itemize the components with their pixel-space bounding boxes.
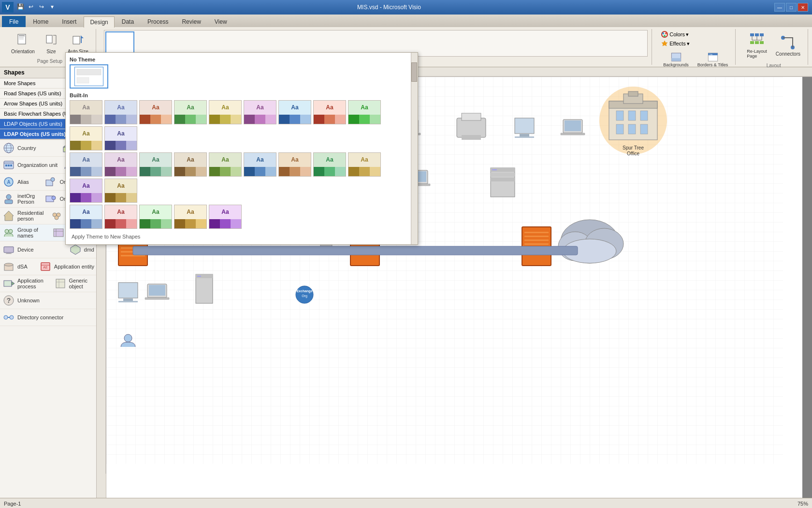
theme-item[interactable]: Aa <box>104 126 137 150</box>
svg-rect-190 <box>123 299 133 301</box>
svg-rect-55 <box>54 229 63 237</box>
theme-item[interactable]: Aa <box>209 205 242 229</box>
effects-button[interactable]: Effects ▾ <box>660 39 690 48</box>
svg-rect-160 <box>491 173 515 177</box>
orientation-icon <box>15 32 30 48</box>
svg-point-52 <box>55 216 58 220</box>
tab-data[interactable]: Data <box>116 16 140 27</box>
svg-point-8 <box>665 32 667 34</box>
theme-item[interactable]: Aa <box>70 152 102 177</box>
theme-item[interactable]: Aa <box>104 179 137 203</box>
save-button[interactable]: 💾 <box>15 2 25 12</box>
theme-item[interactable]: Aa <box>139 205 172 229</box>
scroll-thumb[interactable] <box>411 62 417 82</box>
svg-text:A: A <box>7 179 10 185</box>
svg-text:Office: Office <box>627 151 639 156</box>
list-item[interactable]: Application process Generic object <box>0 275 96 292</box>
theme-item[interactable]: Aa <box>278 100 311 124</box>
relayout-button[interactable]: Re-LayoutPage <box>743 30 770 61</box>
theme-item[interactable]: Aa <box>104 100 137 124</box>
tab-view[interactable]: View <box>208 16 233 27</box>
svg-rect-4 <box>46 35 52 43</box>
theme-item[interactable]: Aa <box>104 205 137 229</box>
theme-item[interactable]: Aa <box>348 100 381 124</box>
theme-item[interactable]: Aa <box>244 100 276 124</box>
theme-item[interactable]: Aa <box>70 179 102 203</box>
theme-item[interactable]: Aa <box>348 152 381 177</box>
minimize-button[interactable]: — <box>774 3 785 12</box>
theme-item[interactable]: Aa <box>139 100 172 124</box>
groupnames-icon <box>2 226 15 239</box>
list-item[interactable]: Directory connector <box>0 309 96 326</box>
dropdown-button[interactable]: ▾ <box>47 2 57 12</box>
laptop-lower-1 <box>145 284 169 299</box>
theme-item[interactable]: Aa <box>174 100 207 124</box>
svg-point-203 <box>124 334 132 342</box>
undo-button[interactable]: ↩ <box>26 2 36 12</box>
appentity-label: Application entity <box>54 264 94 269</box>
redo-button[interactable]: ↪ <box>37 2 46 12</box>
svg-text:Title: Title <box>709 54 712 56</box>
theme-item[interactable]: Aa <box>139 152 172 177</box>
svg-point-75 <box>10 315 14 319</box>
svg-text:Spur Tree: Spur Tree <box>623 145 644 150</box>
tab-home[interactable]: Home <box>27 16 55 27</box>
orientation-label: Orientation <box>11 49 35 54</box>
theme-item[interactable]: Aa <box>70 100 102 124</box>
tab-file[interactable]: File <box>2 16 26 27</box>
theme-item[interactable]: Aa <box>104 152 137 177</box>
close-button[interactable]: ✕ <box>798 3 808 12</box>
laptop4 <box>561 120 585 135</box>
connectors-button[interactable]: Connectors <box>772 32 804 59</box>
tab-insert[interactable]: Insert <box>56 16 83 27</box>
list-item[interactable]: dSA AE Application entity <box>0 258 96 275</box>
backgrounds-button[interactable]: Backgrounds <box>660 50 692 70</box>
dsa-icon <box>2 260 15 273</box>
svg-rect-193 <box>149 285 165 296</box>
effects-arrow: ▾ <box>687 41 690 47</box>
apply-theme-button[interactable]: Apply Theme to New Shapes <box>70 233 414 240</box>
theme-item[interactable]: Aa <box>209 100 242 124</box>
restore-button[interactable]: □ <box>786 3 797 12</box>
svg-rect-2 <box>19 37 24 38</box>
theme-item[interactable]: Aa <box>174 205 207 229</box>
svg-rect-18 <box>760 33 764 36</box>
tab-review[interactable]: Review <box>175 16 207 27</box>
svg-rect-1 <box>19 35 25 36</box>
theme-item[interactable]: Aa <box>278 152 311 177</box>
borders-titles-button[interactable]: Title Borders & Titles <box>694 50 732 70</box>
quick-access-toolbar: 💾 ↩ ↪ ▾ <box>15 2 57 12</box>
theme-item[interactable]: Aa <box>313 100 346 124</box>
device-label: Device <box>17 247 34 253</box>
colors-icon <box>661 30 668 38</box>
appentity-icon: AE <box>39 260 52 273</box>
theme-item[interactable]: Aa <box>174 152 207 177</box>
page-indicator[interactable]: Page-1 <box>4 501 21 507</box>
theme-item[interactable]: Aa <box>209 152 242 177</box>
theme-item[interactable]: Aa <box>70 126 102 150</box>
theme-scrollbar[interactable] <box>411 53 418 244</box>
groupnames-label: Group of names <box>17 227 50 239</box>
backgrounds-label: Backgrounds <box>663 62 689 67</box>
inetorg-icon <box>2 192 15 206</box>
orientation-button[interactable]: Orientation <box>8 30 38 57</box>
theme-item[interactable]: Aa <box>70 205 102 229</box>
theme-item[interactable]: Aa <box>244 152 276 177</box>
no-theme-section: No Theme <box>70 57 414 89</box>
theme-item[interactable]: Aa <box>313 152 346 177</box>
server1 <box>491 168 515 197</box>
generic-icon <box>54 277 67 290</box>
svg-rect-161 <box>491 178 515 181</box>
svg-point-48 <box>52 196 56 200</box>
no-theme-preview[interactable] <box>70 64 108 89</box>
size-button[interactable]: Size <box>40 30 62 57</box>
svg-point-53 <box>5 229 9 233</box>
tab-design[interactable]: Design <box>84 16 114 28</box>
colors-button[interactable]: Colors ▾ <box>660 30 690 39</box>
svg-rect-206 <box>77 77 89 83</box>
effects-label: Effects <box>669 41 685 46</box>
list-item[interactable]: ? Unknown <box>0 292 96 309</box>
tab-process[interactable]: Process <box>141 16 174 27</box>
svg-rect-3 <box>19 39 24 39</box>
orgperson-icon <box>44 175 58 189</box>
